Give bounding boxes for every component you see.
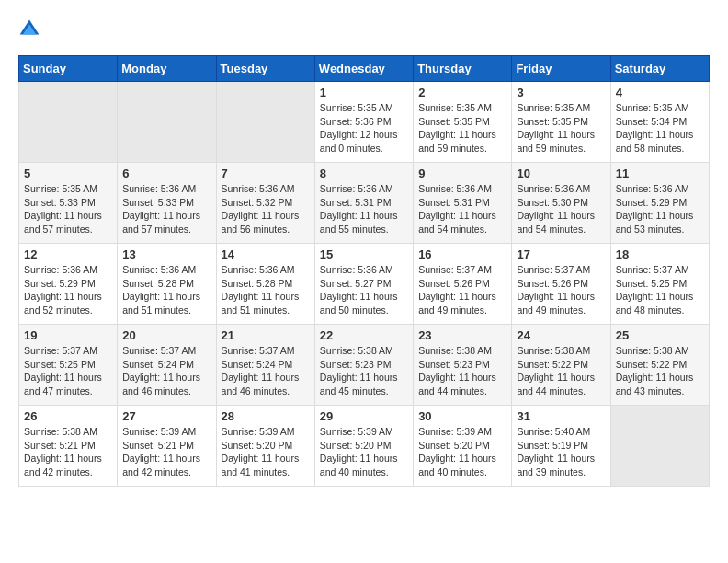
day-number: 20 [122,328,210,342]
day-number: 7 [222,167,310,180]
day-info: Sunrise: 5:39 AM Sunset: 5:20 PM Dayligh… [418,425,506,479]
calendar-cell: 31Sunrise: 5:40 AM Sunset: 5:19 PM Dayli… [512,406,610,487]
day-info: Sunrise: 5:37 AM Sunset: 5:24 PM Dayligh… [222,344,310,398]
day-info: Sunrise: 5:37 AM Sunset: 5:25 PM Dayligh… [24,344,112,398]
calendar-cell: 7Sunrise: 5:36 AM Sunset: 5:32 PM Daylig… [216,163,314,244]
calendar-cell: 21Sunrise: 5:37 AM Sunset: 5:24 PM Dayli… [216,325,314,406]
calendar-cell: 22Sunrise: 5:38 AM Sunset: 5:23 PM Dayli… [314,325,413,406]
day-number: 22 [320,328,408,342]
day-number: 19 [24,328,112,342]
day-info: Sunrise: 5:38 AM Sunset: 5:22 PM Dayligh… [616,344,704,398]
day-number: 15 [320,247,408,261]
calendar-cell [118,82,216,163]
day-number: 16 [418,247,506,261]
day-number: 25 [616,328,704,342]
calendar-cell [610,406,709,487]
day-info: Sunrise: 5:37 AM Sunset: 5:26 PM Dayligh… [517,263,605,317]
day-number: 6 [122,167,210,180]
calendar-cell [216,82,314,163]
logo-icon [18,18,40,40]
day-number: 1 [320,86,408,99]
calendar-cell: 30Sunrise: 5:39 AM Sunset: 5:20 PM Dayli… [414,406,512,487]
day-number: 12 [24,247,112,261]
calendar-cell: 8Sunrise: 5:36 AM Sunset: 5:31 PM Daylig… [314,163,413,244]
day-number: 4 [616,86,704,99]
day-info: Sunrise: 5:38 AM Sunset: 5:23 PM Dayligh… [320,344,408,398]
day-header-row: SundayMondayTuesdayWednesdayThursdayFrid… [19,56,710,82]
day-info: Sunrise: 5:36 AM Sunset: 5:31 PM Dayligh… [320,182,408,236]
calendar-cell: 9Sunrise: 5:36 AM Sunset: 5:31 PM Daylig… [414,163,512,244]
calendar-cell: 12Sunrise: 5:36 AM Sunset: 5:29 PM Dayli… [19,244,118,325]
calendar-week-3: 12Sunrise: 5:36 AM Sunset: 5:29 PM Dayli… [19,244,710,325]
day-number: 24 [517,328,605,342]
day-info: Sunrise: 5:38 AM Sunset: 5:22 PM Dayligh… [517,344,605,398]
day-info: Sunrise: 5:36 AM Sunset: 5:27 PM Dayligh… [320,263,408,317]
calendar-cell [19,82,118,163]
calendar-cell: 26Sunrise: 5:38 AM Sunset: 5:21 PM Dayli… [19,406,118,487]
calendar-cell: 5Sunrise: 5:35 AM Sunset: 5:33 PM Daylig… [19,163,118,244]
day-header-saturday: Saturday [610,56,709,82]
day-number: 8 [320,167,408,180]
day-info: Sunrise: 5:37 AM Sunset: 5:26 PM Dayligh… [418,263,506,317]
day-info: Sunrise: 5:35 AM Sunset: 5:33 PM Dayligh… [24,182,112,236]
logo [18,18,44,40]
page-header [18,18,710,40]
calendar-cell: 27Sunrise: 5:39 AM Sunset: 5:21 PM Dayli… [118,406,216,487]
calendar-cell: 4Sunrise: 5:35 AM Sunset: 5:34 PM Daylig… [610,82,709,163]
day-info: Sunrise: 5:35 AM Sunset: 5:35 PM Dayligh… [517,101,605,155]
calendar-cell: 24Sunrise: 5:38 AM Sunset: 5:22 PM Dayli… [512,325,610,406]
calendar-cell: 19Sunrise: 5:37 AM Sunset: 5:25 PM Dayli… [19,325,118,406]
calendar-cell: 28Sunrise: 5:39 AM Sunset: 5:20 PM Dayli… [216,406,314,487]
calendar-cell: 14Sunrise: 5:36 AM Sunset: 5:28 PM Dayli… [216,244,314,325]
day-info: Sunrise: 5:35 AM Sunset: 5:35 PM Dayligh… [418,101,506,155]
calendar-cell: 29Sunrise: 5:39 AM Sunset: 5:20 PM Dayli… [314,406,413,487]
calendar-week-1: 1Sunrise: 5:35 AM Sunset: 5:36 PM Daylig… [19,82,710,163]
day-number: 2 [418,86,506,99]
day-number: 31 [517,409,605,423]
day-info: Sunrise: 5:35 AM Sunset: 5:36 PM Dayligh… [320,101,408,155]
calendar-cell: 1Sunrise: 5:35 AM Sunset: 5:36 PM Daylig… [314,82,413,163]
day-info: Sunrise: 5:36 AM Sunset: 5:32 PM Dayligh… [222,182,310,236]
calendar-week-4: 19Sunrise: 5:37 AM Sunset: 5:25 PM Dayli… [19,325,710,406]
day-number: 21 [222,328,310,342]
day-info: Sunrise: 5:35 AM Sunset: 5:34 PM Dayligh… [616,101,704,155]
calendar-cell: 25Sunrise: 5:38 AM Sunset: 5:22 PM Dayli… [610,325,709,406]
day-number: 23 [418,328,506,342]
day-info: Sunrise: 5:36 AM Sunset: 5:28 PM Dayligh… [222,263,310,317]
calendar-cell: 6Sunrise: 5:36 AM Sunset: 5:33 PM Daylig… [118,163,216,244]
day-number: 5 [24,167,112,180]
day-number: 14 [222,247,310,261]
day-number: 11 [616,167,704,180]
day-number: 13 [122,247,210,261]
day-header-tuesday: Tuesday [216,56,314,82]
day-number: 10 [517,167,605,180]
day-number: 17 [517,247,605,261]
calendar-week-2: 5Sunrise: 5:35 AM Sunset: 5:33 PM Daylig… [19,163,710,244]
day-number: 26 [24,409,112,423]
calendar-cell: 15Sunrise: 5:36 AM Sunset: 5:27 PM Dayli… [314,244,413,325]
day-number: 27 [122,409,210,423]
calendar-cell: 18Sunrise: 5:37 AM Sunset: 5:25 PM Dayli… [610,244,709,325]
calendar-week-5: 26Sunrise: 5:38 AM Sunset: 5:21 PM Dayli… [19,406,710,487]
day-info: Sunrise: 5:38 AM Sunset: 5:21 PM Dayligh… [24,425,112,479]
day-info: Sunrise: 5:37 AM Sunset: 5:24 PM Dayligh… [122,344,210,398]
day-header-monday: Monday [118,56,216,82]
calendar-cell: 11Sunrise: 5:36 AM Sunset: 5:29 PM Dayli… [610,163,709,244]
calendar-cell: 13Sunrise: 5:36 AM Sunset: 5:28 PM Dayli… [118,244,216,325]
day-info: Sunrise: 5:36 AM Sunset: 5:29 PM Dayligh… [616,182,704,236]
day-number: 3 [517,86,605,99]
day-info: Sunrise: 5:39 AM Sunset: 5:20 PM Dayligh… [222,425,310,479]
calendar-cell: 16Sunrise: 5:37 AM Sunset: 5:26 PM Dayli… [414,244,512,325]
day-info: Sunrise: 5:36 AM Sunset: 5:31 PM Dayligh… [418,182,506,236]
day-info: Sunrise: 5:39 AM Sunset: 5:20 PM Dayligh… [320,425,408,479]
day-header-sunday: Sunday [19,56,118,82]
day-info: Sunrise: 5:36 AM Sunset: 5:30 PM Dayligh… [517,182,605,236]
calendar-cell: 23Sunrise: 5:38 AM Sunset: 5:23 PM Dayli… [414,325,512,406]
day-number: 29 [320,409,408,423]
calendar-cell: 2Sunrise: 5:35 AM Sunset: 5:35 PM Daylig… [414,82,512,163]
day-number: 9 [418,167,506,180]
day-info: Sunrise: 5:36 AM Sunset: 5:28 PM Dayligh… [122,263,210,317]
calendar-cell: 17Sunrise: 5:37 AM Sunset: 5:26 PM Dayli… [512,244,610,325]
day-number: 30 [418,409,506,423]
day-number: 28 [222,409,310,423]
